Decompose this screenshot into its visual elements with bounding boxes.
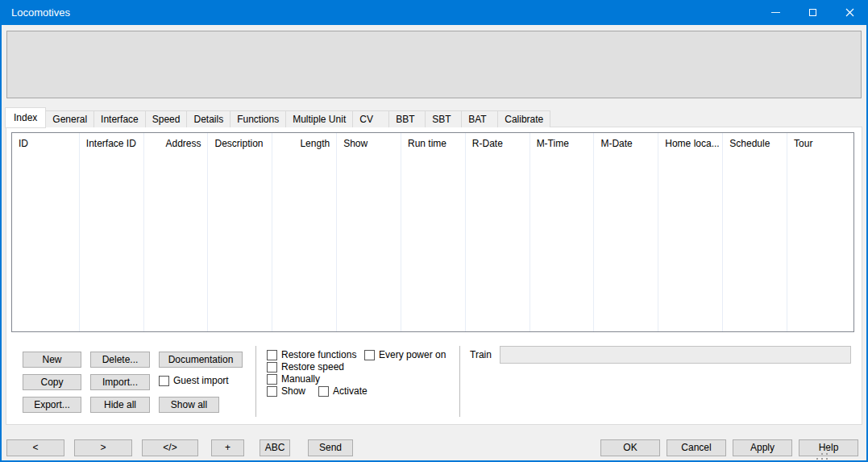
restore-functions-label: Restore functions [281,349,356,360]
maximize-icon [809,9,816,16]
locomotives-dialog: Locomotives IndexGeneralInterfaceSpeedDe… [0,0,868,462]
close-icon [845,8,854,17]
column-header-show[interactable]: Show [337,133,401,149]
column-header-schedule[interactable]: Schedule [723,133,787,149]
window-title: Locomotives [11,6,70,19]
close-button[interactable] [831,0,868,25]
column-header-r-date[interactable]: R-Date [466,133,530,149]
manually-checkbox[interactable] [267,374,277,385]
vertical-divider-left [255,346,256,417]
column-m-time: M-Time [530,133,595,331]
tab-index[interactable]: Index [5,107,46,128]
hide-all-button[interactable]: Hide all [90,397,150,413]
column-run-time: Run time [401,133,466,331]
maximize-button[interactable] [794,0,831,25]
tab-strip: IndexGeneralInterfaceSpeedDetailsFunctio… [5,110,550,127]
column-header-m-time[interactable]: M-Time [530,133,594,149]
column-address: Address [144,133,209,331]
every-power-on-label: Every power on [379,349,446,360]
new-button[interactable]: New [23,352,81,368]
apply-button[interactable]: Apply [733,439,792,456]
abc-button[interactable]: ABC [260,439,290,456]
tab-multiple-unit[interactable]: Multiple Unit [285,110,353,127]
tab-speed[interactable]: Speed [145,110,188,127]
restore-speed-checkbox[interactable] [267,362,277,373]
train-label: Train [470,349,492,360]
tab-cv[interactable]: CV [352,110,389,127]
tab-sbt[interactable]: SBT [425,110,462,127]
back-button[interactable]: < [6,439,64,456]
show-option: Show [267,385,305,397]
import-button[interactable]: Import... [90,374,150,390]
column-interface-id: Interface ID [80,133,144,331]
send-button[interactable]: Send [308,439,353,456]
column-show: Show [337,133,401,331]
restore-functions-checkbox[interactable] [267,350,277,360]
minimize-icon [771,12,780,13]
tab-details[interactable]: Details [186,110,230,127]
guest-import-label: Guest import [173,375,229,386]
tab-general[interactable]: General [45,110,94,127]
column-header-run-time[interactable]: Run time [401,133,465,149]
column-header-home-loca[interactable]: Home loca... [658,133,722,149]
code-button[interactable]: </> [142,439,198,456]
column-header-length[interactable]: Length [272,133,336,149]
title-bar[interactable]: Locomotives [0,0,868,25]
column-r-date: R-Date [466,133,530,331]
train-input[interactable] [500,346,851,364]
activate-checkbox[interactable] [318,386,329,397]
guest-import-option: Guest import [159,375,229,386]
show-all-button[interactable]: Show all [159,397,219,413]
cancel-button[interactable]: Cancel [667,439,726,456]
plus-button[interactable]: + [211,439,244,456]
tab-bat[interactable]: BAT [461,110,498,127]
tab-interface[interactable]: Interface [93,110,146,127]
tab-calibrate[interactable]: Calibrate [497,110,550,127]
column-id: ID [12,133,80,331]
column-home-loca: Home loca... [658,133,723,331]
guest-import-checkbox[interactable] [159,376,169,386]
forward-button[interactable]: > [74,439,132,456]
every-power-on-option: Every power on [364,349,446,360]
resize-grip-icon[interactable] [816,448,828,460]
column-header-tour[interactable]: Tour [787,133,853,149]
column-header-address[interactable]: Address [144,133,208,149]
documentation-button[interactable]: Documentation [159,352,243,368]
column-m-date: M-Date [594,133,658,331]
activate-label: Activate [333,385,368,397]
copy-button[interactable]: Copy [23,374,81,390]
restore-speed-label: Restore speed [281,361,344,373]
column-length: Length [272,133,337,331]
tab-functions[interactable]: Functions [230,110,286,127]
help-button[interactable]: Help [799,439,858,456]
column-tour: Tour [787,133,853,331]
column-header-id[interactable]: ID [12,133,79,149]
manually-label: Manually [281,373,320,385]
column-header-m-date[interactable]: M-Date [594,133,658,149]
show-checkbox[interactable] [267,386,277,397]
column-header-interface-id[interactable]: Interface ID [80,133,143,149]
locomotive-table[interactable]: IDInterface IDAddressDescriptionLengthSh… [11,132,854,332]
restore-speed-option: Restore speed [267,361,344,373]
minimize-button[interactable] [757,0,794,25]
column-description: Description [208,133,272,331]
show-label: Show [281,385,305,397]
window-controls [757,0,868,25]
ok-button[interactable]: OK [600,439,660,456]
column-header-description[interactable]: Description [208,133,272,149]
every-power-on-checkbox[interactable] [364,350,375,360]
manually-option: Manually [267,373,320,385]
top-panel [6,31,862,98]
column-schedule: Schedule [723,133,787,331]
restore-functions-option: Restore functions [267,349,356,360]
delete-button[interactable]: Delete... [90,352,150,368]
export-button[interactable]: Export... [23,397,81,413]
vertical-divider-right [459,346,460,417]
tab-bbt[interactable]: BBT [388,110,426,127]
activate-option: Activate [318,385,368,397]
window-border-left [0,25,2,462]
